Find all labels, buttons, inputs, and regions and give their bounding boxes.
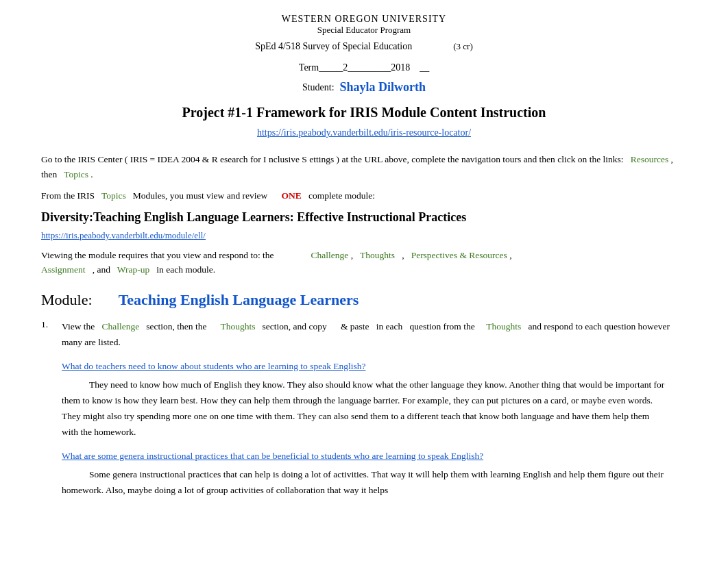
course-line: SpEd 4/518 Survey of Special Education (… xyxy=(27,41,701,52)
item1-middle2: section, and copy xyxy=(263,321,327,331)
iris-locator-link[interactable]: https://iris.peabody.vanderbilt.edu/iris… xyxy=(257,127,471,138)
from-iris-middle: Modules, you must view and review xyxy=(133,190,267,201)
answer-2-text: Some genera instructional practices that… xyxy=(62,467,666,499)
project-title: Project #1-1 Framework for IRIS Module C… xyxy=(27,105,701,121)
module-ell-link[interactable]: https://iris.peabody.vanderbilt.edu/modu… xyxy=(41,230,687,241)
numbered-item-1: 1. View the Challenge section, then the … xyxy=(41,319,687,351)
item1-number: 1. xyxy=(41,319,55,351)
student-line: Student: Shayla Dilworth xyxy=(27,80,701,95)
module-title: Teaching English Language Learners xyxy=(119,291,359,308)
viewing-assignment: Assignment xyxy=(41,264,86,275)
viewing-comma3: , xyxy=(509,250,511,260)
module-label: Module: xyxy=(41,291,93,308)
questions-container: What do teachers need to know about stud… xyxy=(41,361,687,499)
term-line: Term_____2_________2018 __ xyxy=(27,62,701,73)
term-text: Term_____2_________2018 xyxy=(299,62,410,73)
credits: (3 cr) xyxy=(453,41,473,52)
viewing-perspectives: Perspectives & Resources xyxy=(411,250,507,260)
from-iris-prefix: From the IRIS xyxy=(41,190,95,201)
resources-link: Resources xyxy=(631,154,668,164)
item1-question-from: question from the xyxy=(409,321,474,331)
viewing-challenge: Challenge xyxy=(311,250,349,260)
from-iris-line: From the IRIS Topics Modules, you must v… xyxy=(41,188,687,203)
term-blank: __ xyxy=(420,62,429,73)
item1-ampersand: & paste xyxy=(341,321,369,331)
student-name: Shayla Dilworth xyxy=(340,80,426,95)
item1-in-each: in each xyxy=(376,321,403,331)
diversity-module-title: Diversity:Teaching English Language Lear… xyxy=(41,210,687,225)
iris-locator-link-container: https://iris.peabody.vanderbilt.edu/iris… xyxy=(27,127,701,138)
item1-prefix: View the xyxy=(62,321,95,331)
viewing-and: , and xyxy=(93,264,110,275)
nav-period: . xyxy=(90,169,93,179)
program-name: Special Educator Program xyxy=(27,25,701,36)
nav-text-part1: Go to the IRIS Center ( IRIS = IDEA 2004… xyxy=(41,154,624,164)
viewing-instruction: Viewing the module requires that you vie… xyxy=(41,248,687,277)
question-1-text: What do teachers need to know about stud… xyxy=(62,361,687,372)
nav-instruction: Go to the IRIS Center ( IRIS = IDEA 2004… xyxy=(41,152,687,182)
from-iris-suffix: complete module: xyxy=(308,190,375,201)
topics-link: Topics xyxy=(64,169,88,179)
viewing-thoughts: Thoughts xyxy=(360,250,395,260)
university-name: WESTERN OREGON UNIVERSITY xyxy=(27,14,701,25)
item1-middle1: section, then the xyxy=(146,321,206,331)
module-heading: Module: Teaching English Language Learne… xyxy=(41,291,687,309)
viewing-wrapup: Wrap-up xyxy=(117,264,149,275)
viewing-suffix: in each module. xyxy=(156,264,215,275)
course-title: SpEd 4/518 Survey of Special Education xyxy=(255,41,412,52)
body-section: Go to the IRIS Center ( IRIS = IDEA 2004… xyxy=(41,152,687,498)
question-2-text: What are some genera instructional pract… xyxy=(62,451,687,462)
answer-1-text: They need to know how much of English th… xyxy=(62,377,666,440)
item1-content: View the Challenge section, then the Tho… xyxy=(62,319,687,351)
viewing-comma2: , xyxy=(402,250,404,260)
item1-thoughts: Thoughts xyxy=(220,321,255,331)
item1-challenge: Challenge xyxy=(101,321,139,331)
item1-thoughts2: Thoughts xyxy=(486,321,521,331)
student-label: Student: xyxy=(302,82,335,93)
from-iris-topics: Topics xyxy=(101,190,126,201)
viewing-prefix: Viewing the module requires that you vie… xyxy=(41,250,274,260)
header: WESTERN OREGON UNIVERSITY Special Educat… xyxy=(27,14,701,138)
from-iris-one: ONE xyxy=(282,190,302,201)
viewing-comma1: , xyxy=(351,250,353,260)
